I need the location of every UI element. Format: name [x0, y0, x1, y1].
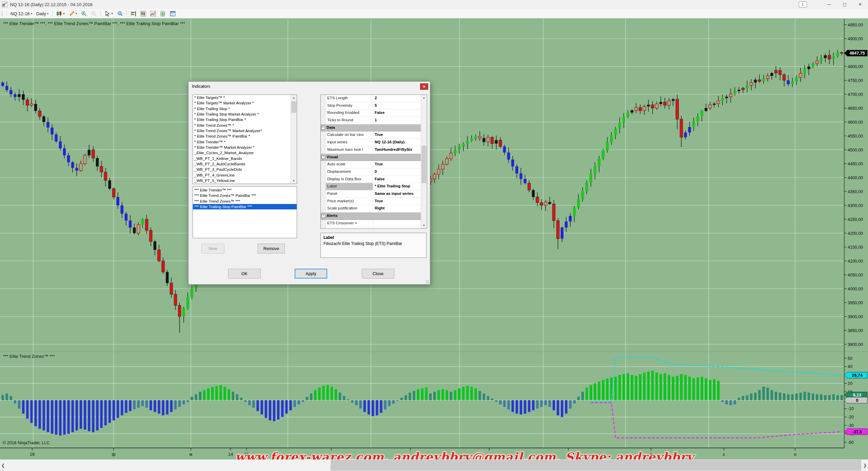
collapse-icon[interactable]: −	[321, 155, 325, 159]
new-button[interactable]: New	[201, 244, 224, 253]
property-value[interactable]: 1	[373, 117, 421, 124]
property-value[interactable]: * Elite Trailing Stop	[373, 183, 421, 190]
property-value[interactable]: Same as input series	[373, 190, 421, 198]
indicator-list-item[interactable]: * Elite Trailing Stop *	[193, 106, 297, 111]
indicator-list-item[interactable]: * Elite Trailing Stop PaintBar *	[193, 117, 297, 122]
instrument-selector[interactable]: NQ 12-16 ▾	[8, 9, 34, 18]
collapse-icon[interactable]: −	[321, 126, 325, 130]
indicator-list-item[interactable]: * Elite Targets™ Market Analyzer *	[193, 100, 297, 106]
indicator-list-item[interactable]: _WB_PT_3_PastCycleDots	[193, 167, 297, 172]
property-row[interactable]: Display in Data BoxFalse	[321, 176, 421, 183]
property-row[interactable]: ETS Crossover +	[321, 220, 421, 227]
minimize-button[interactable]: —	[821, 0, 837, 9]
scroll-up-icon[interactable]: ▲	[291, 95, 297, 101]
property-row[interactable]: Ticks to Round1	[321, 117, 421, 124]
chart-trader-button[interactable]	[168, 9, 178, 18]
horizontal-scrollbar[interactable]: ❮ ❯	[0, 459, 868, 471]
property-row[interactable]: ETS Length2	[321, 95, 421, 102]
available-indicators-list[interactable]: * Elite Targets™ ** Elite Targets™ Marke…	[193, 95, 297, 184]
drawing-tools-button[interactable]: ▾	[67, 9, 79, 18]
indicator-list-item[interactable]: * Elite Trailing Stop Market Analyzer *	[193, 111, 297, 117]
property-row[interactable]: PanelSame as input series	[321, 190, 421, 198]
ap​ply-button[interactable]: Apply	[295, 269, 327, 279]
scrollbar-thumb[interactable]	[421, 146, 427, 183]
property-value[interactable]: 2	[373, 95, 421, 102]
indicator-properties-grid[interactable]: ETS Length2Stop Proximity5Rounding Enabl…	[320, 95, 427, 229]
zoom-out-button[interactable]	[89, 9, 99, 18]
property-row[interactable]: Input seriesNQ 12-16 (Daily)	[321, 139, 421, 146]
scroll-down-icon[interactable]: ▼	[291, 178, 297, 184]
property-value[interactable]: TwoHundredFiftySix	[373, 146, 421, 153]
scroll-right-icon[interactable]: ❯	[862, 459, 868, 471]
property-value[interactable]: NQ 12-16 (Daily)	[373, 139, 421, 146]
property-section-header[interactable]: −Alerts	[321, 212, 421, 220]
property-value[interactable]	[373, 227, 421, 229]
property-value[interactable]: False	[373, 176, 421, 183]
applied-indicator-item[interactable]: *** Elite Trailing Stop PaintBar ***	[193, 204, 297, 209]
property-value[interactable]: 0	[373, 168, 421, 176]
property-value[interactable]: False	[373, 109, 421, 117]
toolbar-grip[interactable]	[1, 11, 3, 16]
indicator-list-item[interactable]: _WB_PT_1_Keltner_Bands	[193, 156, 297, 161]
chart-properties-button[interactable]	[129, 9, 138, 18]
applied-indicator-item[interactable]: *** Elite Trend Zones™ ***	[193, 199, 297, 204]
dialog-close-button[interactable]: ✕	[420, 83, 428, 90]
indicator-list-item[interactable]: * Elite Trend Zones™ Market Analyzer*	[193, 128, 297, 134]
scrollbar-thumb[interactable]	[331, 460, 861, 471]
property-value[interactable]: True	[373, 131, 421, 139]
dialog-resize-grip[interactable]	[426, 280, 429, 284]
property-value[interactable]: True	[373, 198, 421, 205]
indicator-list-item[interactable]: _WB_PT_5_YellowLine	[193, 178, 297, 183]
property-section-header[interactable]: −Data	[321, 124, 421, 132]
property-value[interactable]: 5	[373, 102, 421, 109]
close-button[interactable]: Close	[362, 269, 394, 279]
data-box-button[interactable]	[115, 9, 125, 18]
property-value[interactable]: Right	[373, 205, 421, 212]
collapse-icon[interactable]: −	[321, 214, 325, 218]
scroll-up-icon[interactable]: ▲	[421, 95, 427, 101]
zoom-in-button[interactable]	[79, 9, 89, 18]
property-section-header[interactable]: −Visual	[321, 154, 421, 161]
property-value[interactable]: True	[373, 161, 421, 168]
property-row[interactable]: ETS Crossover -	[321, 227, 421, 229]
indicator-list-item[interactable]: _WB_PT_2_AutoCycleBands	[193, 161, 297, 167]
properties-scrollbar[interactable]: ▲ ▼	[421, 95, 427, 228]
scroll-left-icon[interactable]: ❮	[0, 459, 6, 471]
indicators-button[interactable]	[138, 9, 148, 18]
property-row[interactable]: Price marker(s)True	[321, 198, 421, 205]
dialog-title-bar[interactable]: Indicators ✕	[189, 82, 430, 91]
chart-type-button[interactable]	[148, 9, 158, 18]
property-row[interactable]: Stop Proximity5	[321, 102, 421, 110]
scroll-down-icon[interactable]: ▼	[421, 223, 427, 228]
price-chart[interactable]: 4950,004900,004800,004750,004700,004650,…	[0, 18, 868, 459]
property-value[interactable]	[373, 220, 421, 227]
property-row[interactable]: Auto scaleTrue	[321, 161, 421, 168]
applied-indicators-list[interactable]: *** Elite Trender™ ****** Elite Trend Zo…	[193, 186, 297, 238]
data-series-button[interactable]: $	[158, 9, 168, 18]
indicator-list-item[interactable]: _WB_PT_4_GreenLine	[193, 172, 297, 178]
available-list-scrollbar[interactable]: ▲ ▼	[291, 95, 297, 184]
ok-button[interactable]: OK	[228, 269, 261, 279]
indicator-list-item[interactable]: * Elite Trender™ *	[193, 139, 297, 145]
applied-indicator-item[interactable]: *** Elite Trender™ ***	[193, 187, 297, 193]
remove-button[interactable]: Remove	[258, 244, 285, 253]
cursor-button[interactable]: ▾	[102, 9, 115, 18]
property-row[interactable]: Label* Elite Trailing Stop	[321, 183, 421, 190]
property-row[interactable]: Scale justificationRight	[321, 205, 421, 212]
property-row[interactable]: Rounding EnabledFalse	[321, 109, 421, 117]
property-row[interactable]: Calculate on bar closTrue	[321, 131, 421, 139]
indicator-list-item[interactable]: _Elite_Cycles_2_Market_Analyzer	[193, 150, 297, 156]
property-row[interactable]: Maximum bars look lTwoHundredFiftySix	[321, 146, 421, 154]
indicator-list-item[interactable]: * Elite Trender™ Market Analyzer *	[193, 145, 297, 150]
applied-indicator-item[interactable]: *** Elite Trend Zones™ PaintBar ***	[193, 193, 297, 198]
indicator-list-item[interactable]: * Elite Trend Zones™ PaintBar *	[193, 134, 297, 139]
window-close-button[interactable]: ✕	[852, 0, 868, 9]
maximize-button[interactable]: ▢	[837, 0, 852, 9]
period-selector[interactable]: Daily ▾	[34, 9, 51, 18]
property-row[interactable]: Displacement0	[321, 168, 421, 176]
chart-style-button[interactable]: ▾	[54, 9, 67, 18]
link-window-button[interactable]: L	[799, 1, 807, 7]
indicator-list-item[interactable]: * Elite Trend Zones™ *	[193, 123, 297, 128]
indicator-list-item[interactable]: * Elite Targets™ *	[193, 95, 297, 100]
scrollbar-thumb[interactable]	[291, 101, 296, 113]
